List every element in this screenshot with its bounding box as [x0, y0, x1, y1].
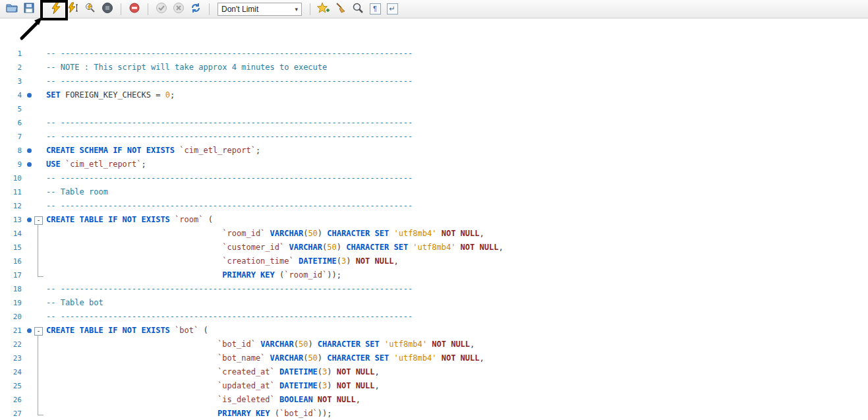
toolbar-separator: [42, 3, 43, 15]
code-text: -- Table room: [46, 185, 868, 199]
statement-marker-gutter: [25, 144, 34, 158]
line-number: 3: [1, 75, 25, 88]
code-line[interactable]: 13CREATE TABLE IF NOT EXISTS `room` (: [0, 213, 868, 227]
line-number: 12: [1, 199, 25, 213]
line-number: 22: [1, 338, 25, 351]
fold-gutter: [34, 185, 46, 199]
code-line[interactable]: 27 PRIMARY KEY (`bot_id`));: [0, 407, 868, 420]
fold-gutter: [34, 75, 46, 88]
code-line[interactable]: 24 `created_at` DATETIME(3) NOT NULL,: [0, 365, 868, 379]
code-line[interactable]: 9USE `cim_etl_report`;: [0, 158, 868, 171]
fold-gutter: [34, 351, 46, 365]
code-line[interactable]: 15 `customer_id` VARCHAR(50) CHARACTER S…: [0, 241, 868, 255]
line-number: 2: [1, 61, 25, 75]
code-line[interactable]: 11-- Table room: [0, 185, 868, 199]
fold-gutter: [34, 241, 46, 255]
fold-gutter: [34, 407, 46, 420]
statement-marker-gutter: [25, 310, 34, 324]
statement-marker-gutter: [25, 241, 34, 255]
code-line[interactable]: 16 `creation_time` DATETIME(3) NOT NULL,: [0, 255, 868, 268]
code-line[interactable]: 21CREATE TABLE IF NOT EXISTS `bot` (: [0, 324, 868, 338]
line-number: 14: [1, 227, 25, 241]
code-text: CREATE TABLE IF NOT EXISTS `room` (: [46, 213, 868, 227]
toggle-stop-on-error-button[interactable]: [127, 1, 142, 17]
fold-gutter: [34, 296, 46, 310]
word-wrap-icon: ↵: [387, 3, 398, 15]
fold-gutter: [34, 379, 46, 393]
statement-marker-gutter: [25, 227, 34, 241]
save-snippet-button[interactable]: [316, 1, 332, 17]
code-line[interactable]: 2-- NOTE : This script will take approx …: [0, 61, 868, 75]
floppy-save-icon: [24, 3, 34, 15]
code-line[interactable]: 10-- -----------------------------------…: [0, 171, 868, 185]
save-sql-script-button[interactable]: [21, 1, 37, 17]
code-line[interactable]: 3-- ------------------------------------…: [0, 75, 868, 88]
code-line[interactable]: 14 `room_id` VARCHAR(50) CHARACTER SET '…: [0, 227, 868, 241]
statement-marker-gutter: [25, 102, 34, 116]
statement-marker-dot: [27, 93, 32, 98]
toolbar-separator: [310, 3, 310, 15]
code-text: -- -------------------------------------…: [46, 116, 868, 130]
code-line[interactable]: 7-- ------------------------------------…: [0, 130, 868, 144]
code-line[interactable]: 26 `is_deleted` BOOLEAN NOT NULL,: [0, 393, 868, 407]
fold-toggle[interactable]: [34, 213, 46, 227]
code-line[interactable]: 8CREATE SCHEMA IF NOT EXISTS `cim_etl_re…: [0, 144, 868, 158]
line-number: 13: [1, 213, 25, 227]
execute-current-statement-button[interactable]: [65, 1, 81, 17]
toggle-invisible-characters-button[interactable]: ¶: [367, 1, 383, 17]
code-line[interactable]: 23 `bot_name` VARCHAR(50) CHARACTER SET …: [0, 351, 868, 365]
fold-gutter: [34, 102, 46, 116]
line-number: 24: [1, 365, 25, 379]
open-sql-script-button[interactable]: [4, 1, 20, 17]
code-text: -- NOTE : This script will take approx 4…: [46, 61, 868, 75]
autocommit-cycle-icon: [190, 2, 202, 16]
line-number: 23: [1, 351, 25, 365]
code-line[interactable]: 17 PRIMARY KEY (`room_id`));: [0, 268, 868, 282]
code-line[interactable]: 19-- Table bot: [0, 296, 868, 310]
stop-on-error-icon: [129, 2, 140, 16]
code-text: [46, 102, 868, 116]
code-line[interactable]: 22 `bot_id` VARCHAR(50) CHARACTER SET 'u…: [0, 338, 868, 351]
sql-code-editor[interactable]: 1-- ------------------------------------…: [0, 19, 868, 420]
statement-marker-dot: [27, 162, 32, 167]
find-button[interactable]: [350, 1, 366, 17]
toolbar-separator: [209, 3, 210, 15]
rollback-transaction-button[interactable]: [171, 1, 187, 17]
beautify-script-button[interactable]: [333, 1, 349, 17]
code-text: `created_at` DATETIME(3) NOT NULL,: [46, 365, 868, 379]
fold-gutter: [34, 268, 46, 282]
line-number: 4: [1, 88, 25, 102]
line-number: 9: [1, 158, 25, 171]
fold-gutter: [34, 282, 46, 296]
code-line[interactable]: 1-- ------------------------------------…: [0, 47, 868, 61]
explain-plan-button[interactable]: [82, 1, 98, 17]
code-line[interactable]: 20-- -----------------------------------…: [0, 310, 868, 324]
line-number: 1: [1, 47, 25, 61]
statement-marker-gutter: [25, 171, 34, 185]
line-number: 11: [1, 185, 25, 199]
toggle-word-wrap-button[interactable]: ↵: [384, 1, 400, 17]
fold-toggle[interactable]: [34, 324, 46, 338]
lightning-bolt-icon: [51, 2, 61, 16]
code-line[interactable]: 5: [0, 102, 868, 116]
stop-execution-button[interactable]: [100, 1, 115, 17]
code-line[interactable]: 12-- -----------------------------------…: [0, 199, 868, 213]
toggle-autocommit-button[interactable]: [188, 1, 204, 17]
code-line[interactable]: 25 `updated_at` DATETIME(3) NOT NULL,: [0, 379, 868, 393]
code-text: CREATE SCHEMA IF NOT EXISTS `cim_etl_rep…: [46, 144, 868, 158]
statement-marker-gutter: [25, 88, 34, 102]
code-text: PRIMARY KEY (`bot_id`));: [46, 407, 868, 420]
commit-transaction-button[interactable]: [154, 1, 169, 17]
fold-gutter: [34, 255, 46, 268]
code-line[interactable]: 6-- ------------------------------------…: [0, 116, 868, 130]
code-line[interactable]: 18-- -----------------------------------…: [0, 282, 868, 296]
code-text: `customer_id` VARCHAR(50) CHARACTER SET …: [46, 241, 868, 255]
limit-rows-dropdown[interactable]: Don't Limit ▾: [217, 3, 302, 16]
statement-marker-gutter: [25, 255, 34, 268]
execute-script-button[interactable]: [48, 1, 64, 17]
code-text: -- -------------------------------------…: [46, 75, 868, 88]
code-line[interactable]: 4SET FOREIGN_KEY_CHECKS = 0;: [0, 88, 868, 102]
statement-marker-gutter: [25, 75, 34, 88]
code-text: `creation_time` DATETIME(3) NOT NULL,: [46, 255, 868, 268]
folder-open-icon: [6, 3, 18, 15]
